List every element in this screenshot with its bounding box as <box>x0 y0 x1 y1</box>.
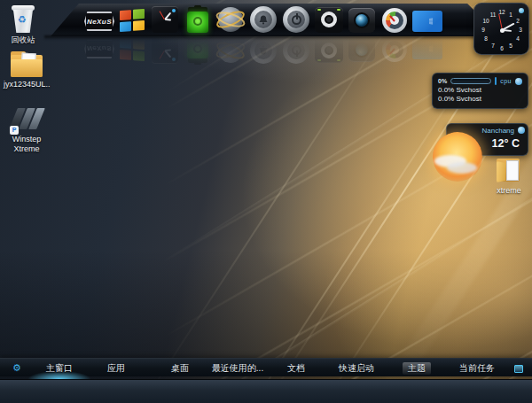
cpu-widget-knob-icon[interactable] <box>515 78 522 85</box>
weather-widget-knob-icon[interactable] <box>518 127 525 134</box>
dock-tab-bar: ⚙ 主窗口 应用 桌面 最近使用的... 文档 快速启动 主题 当前任务 <box>0 358 532 376</box>
cpu-percent: 0% <box>438 78 447 84</box>
cpu-process-line: 0.0% Svchost <box>438 86 522 95</box>
clock-numeral: 8 <box>484 35 488 42</box>
cpu-divider <box>495 77 497 85</box>
folder-icon <box>10 51 43 78</box>
dock-icons: NeXuS <box>84 4 442 36</box>
cpu-meter-widget[interactable]: 0% cpu 0.0% Svchost 0.0% Svchost <box>432 73 528 109</box>
desktop-icon-winstep[interactable]: P WinstepXtreme <box>4 106 50 154</box>
tab-desktop[interactable]: 桌面 <box>166 362 194 375</box>
clock-numeral: 4 <box>516 35 520 42</box>
clock-numeral: 9 <box>481 27 485 33</box>
clock-numeral: 6 <box>500 45 504 51</box>
tab-main-window[interactable]: 主窗口 <box>41 362 78 375</box>
windows-taskbar: ‹ 15:10 <box>0 379 532 403</box>
windows-logo-icon <box>120 9 145 33</box>
clock-numeral: 2 <box>516 18 520 24</box>
cpu-process-line: 0.0% Svchost <box>438 95 522 104</box>
recycler-bin-icon <box>187 7 208 33</box>
desktop-icon-xtreme[interactable]: xtreme <box>486 158 532 196</box>
cpu-progress-bar <box>450 78 491 84</box>
gear-icon[interactable]: ⚙ <box>12 362 21 373</box>
clock-face: 12 1 2 3 4 5 6 7 8 9 10 11 <box>476 4 528 54</box>
clock-numeral: 7 <box>491 43 495 49</box>
clock-numeral: 1 <box>509 12 512 18</box>
icon-label: jyx12345UL.. <box>4 80 50 89</box>
cpu-label: cpu <box>500 78 512 84</box>
windows-dock-item[interactable] <box>117 4 147 36</box>
clock-numeral: 10 <box>482 18 489 24</box>
weather-widget[interactable]: Nanchang 12° C <box>446 123 528 156</box>
clock-icon <box>152 6 178 33</box>
weather-city: Nanchang <box>482 127 514 135</box>
power-button-icon <box>283 6 309 33</box>
gauge-dock-item[interactable] <box>379 4 410 36</box>
window-icon[interactable] <box>514 365 523 373</box>
winstep-logo-icon: P <box>10 106 43 133</box>
desktop-icon-recycle-bin[interactable]: ♻ 回收站 <box>0 4 46 45</box>
camera-lens-icon <box>348 8 375 33</box>
tab-documents[interactable]: 文档 <box>282 362 310 375</box>
tab-apps[interactable]: 应用 <box>102 362 130 375</box>
desktop: NeXuS <box>0 0 532 403</box>
icon-label: 回收站 <box>0 35 46 45</box>
clock-center-cap <box>500 28 505 33</box>
clock-numeral: 11 <box>490 12 497 18</box>
tab-themes[interactable]: 主题 <box>403 362 431 375</box>
icon-label: xtreme <box>486 186 532 196</box>
globe-dock-item[interactable] <box>215 4 246 36</box>
desktop-preview-icon <box>412 11 442 32</box>
camera-dock-item[interactable] <box>347 4 377 36</box>
clock-numeral: 3 <box>519 27 522 33</box>
recycle-emblem-icon: ♻ <box>18 15 27 25</box>
recycle-bin-icon: ♻ <box>10 4 36 34</box>
desktop-icon-folder[interactable]: jyx12345UL.. <box>4 51 50 89</box>
winstep-badge-icon: P <box>10 126 19 135</box>
clock-dock-item[interactable] <box>150 4 180 36</box>
clock-numeral: 5 <box>509 43 512 49</box>
bell-dock-item[interactable] <box>248 4 278 36</box>
recycler-dock-item[interactable] <box>183 4 213 36</box>
gauge-icon <box>382 8 407 33</box>
open-folder-icon <box>495 158 523 184</box>
weather-temperature: 12° C <box>492 137 520 150</box>
globe-rings-icon <box>216 5 245 34</box>
display-dock-item[interactable] <box>412 4 442 36</box>
nexus-dock-item[interactable]: NeXuS <box>84 4 114 36</box>
nexus-label: NeXuS <box>87 18 112 26</box>
tab-recent[interactable]: 最近使用的... <box>207 362 269 375</box>
speaker-icon <box>315 7 343 33</box>
icon-label: WinstepXtreme <box>4 135 50 154</box>
speaker-dock-item[interactable] <box>314 4 344 36</box>
analog-clock-widget[interactable]: 12 1 2 3 4 5 6 7 8 9 10 11 <box>473 3 529 55</box>
tab-current-tasks[interactable]: 当前任务 <box>454 362 500 375</box>
power-dock-item[interactable] <box>281 4 311 36</box>
bell-button-icon <box>250 6 277 33</box>
nexus-badge-icon: NeXuS <box>84 12 114 31</box>
tab-quick-launch[interactable]: 快速启动 <box>333 362 379 375</box>
clock-numeral: 12 <box>498 9 505 15</box>
